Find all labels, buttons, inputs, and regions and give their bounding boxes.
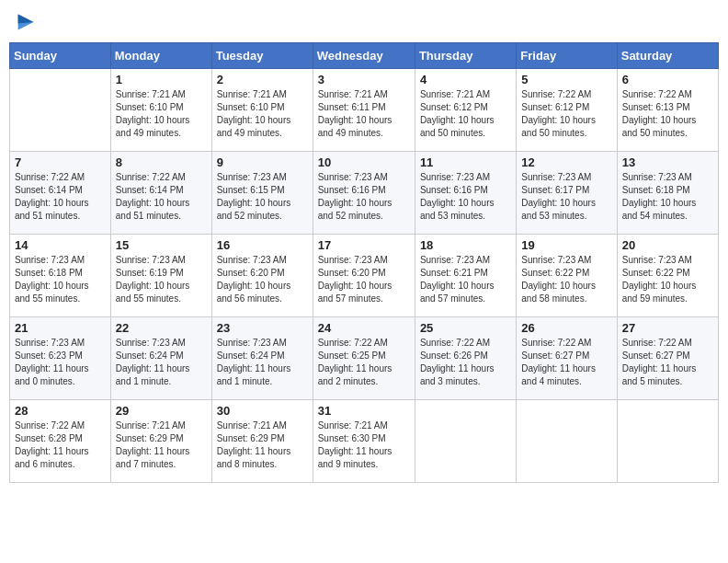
calendar-week-row: 21Sunrise: 7:23 AM Sunset: 6:23 PM Dayli… — [10, 317, 719, 400]
calendar-header-row: SundayMondayTuesdayWednesdayThursdayFrid… — [10, 43, 719, 69]
day-info: Sunrise: 7:23 AM Sunset: 6:16 PM Dayligh… — [420, 171, 511, 223]
calendar-cell: 27Sunrise: 7:22 AM Sunset: 6:27 PM Dayli… — [617, 317, 718, 400]
calendar-cell: 2Sunrise: 7:21 AM Sunset: 6:10 PM Daylig… — [211, 69, 313, 152]
day-of-week-header: Wednesday — [313, 43, 415, 69]
day-number: 30 — [217, 404, 308, 418]
logo — [13, 9, 42, 35]
day-number: 2 — [217, 73, 308, 86]
day-info: Sunrise: 7:23 AM Sunset: 6:20 PM Dayligh… — [217, 254, 308, 305]
calendar-cell: 7Sunrise: 7:22 AM Sunset: 6:14 PM Daylig… — [10, 152, 111, 235]
day-info: Sunrise: 7:23 AM Sunset: 6:22 PM Dayligh… — [521, 254, 611, 305]
calendar-cell: 12Sunrise: 7:23 AM Sunset: 6:17 PM Dayli… — [517, 152, 617, 235]
day-number: 20 — [622, 238, 713, 252]
day-info: Sunrise: 7:22 AM Sunset: 6:27 PM Dayligh… — [622, 337, 713, 388]
day-info: Sunrise: 7:23 AM Sunset: 6:21 PM Dayligh… — [420, 254, 511, 305]
day-info: Sunrise: 7:23 AM Sunset: 6:22 PM Dayligh… — [622, 254, 713, 305]
calendar-cell: 28Sunrise: 7:22 AM Sunset: 6:28 PM Dayli… — [10, 400, 111, 483]
calendar-cell: 23Sunrise: 7:23 AM Sunset: 6:24 PM Dayli… — [211, 317, 313, 400]
calendar-cell: 16Sunrise: 7:23 AM Sunset: 6:20 PM Dayli… — [211, 235, 313, 317]
day-number: 25 — [420, 321, 511, 335]
day-info: Sunrise: 7:23 AM Sunset: 6:17 PM Dayligh… — [521, 171, 611, 223]
calendar-cell: 5Sunrise: 7:22 AM Sunset: 6:12 PM Daylig… — [517, 69, 617, 152]
day-number: 29 — [116, 404, 207, 418]
calendar-cell — [517, 400, 617, 483]
calendar-cell: 17Sunrise: 7:23 AM Sunset: 6:20 PM Dayli… — [313, 235, 415, 317]
calendar-cell: 1Sunrise: 7:21 AM Sunset: 6:10 PM Daylig… — [110, 69, 211, 152]
day-info: Sunrise: 7:21 AM Sunset: 6:10 PM Dayligh… — [116, 88, 207, 140]
day-number: 16 — [217, 238, 308, 252]
calendar-week-row: 28Sunrise: 7:22 AM Sunset: 6:28 PM Dayli… — [10, 400, 719, 483]
day-info: Sunrise: 7:21 AM Sunset: 6:12 PM Dayligh… — [420, 88, 511, 140]
day-info: Sunrise: 7:23 AM Sunset: 6:24 PM Dayligh… — [217, 337, 308, 388]
day-info: Sunrise: 7:23 AM Sunset: 6:15 PM Dayligh… — [217, 171, 308, 223]
calendar-table: SundayMondayTuesdayWednesdayThursdayFrid… — [9, 42, 719, 483]
day-of-week-header: Sunday — [10, 43, 111, 69]
day-number: 27 — [622, 321, 713, 335]
day-info: Sunrise: 7:22 AM Sunset: 6:25 PM Dayligh… — [318, 337, 410, 388]
day-of-week-header: Saturday — [617, 43, 718, 69]
day-info: Sunrise: 7:23 AM Sunset: 6:19 PM Dayligh… — [116, 254, 207, 305]
calendar-cell: 30Sunrise: 7:21 AM Sunset: 6:29 PM Dayli… — [211, 400, 313, 483]
day-number: 3 — [318, 73, 410, 86]
calendar-cell: 26Sunrise: 7:22 AM Sunset: 6:27 PM Dayli… — [517, 317, 617, 400]
calendar-cell: 14Sunrise: 7:23 AM Sunset: 6:18 PM Dayli… — [10, 235, 111, 317]
calendar-cell: 4Sunrise: 7:21 AM Sunset: 6:12 PM Daylig… — [415, 69, 516, 152]
logo-icon — [13, 9, 39, 35]
calendar-cell: 18Sunrise: 7:23 AM Sunset: 6:21 PM Dayli… — [415, 235, 516, 317]
day-number: 14 — [15, 238, 106, 252]
day-number: 6 — [622, 73, 713, 86]
calendar-cell: 10Sunrise: 7:23 AM Sunset: 6:16 PM Dayli… — [313, 152, 415, 235]
day-info: Sunrise: 7:23 AM Sunset: 6:23 PM Dayligh… — [15, 337, 106, 388]
calendar-cell — [617, 400, 718, 483]
day-number: 1 — [116, 73, 207, 86]
day-info: Sunrise: 7:23 AM Sunset: 6:20 PM Dayligh… — [318, 254, 410, 305]
calendar-week-row: 14Sunrise: 7:23 AM Sunset: 6:18 PM Dayli… — [10, 235, 719, 317]
day-info: Sunrise: 7:21 AM Sunset: 6:30 PM Dayligh… — [318, 419, 410, 471]
day-number: 5 — [521, 73, 611, 86]
day-number: 8 — [116, 155, 207, 169]
calendar-cell: 20Sunrise: 7:23 AM Sunset: 6:22 PM Dayli… — [617, 235, 718, 317]
day-of-week-header: Thursday — [415, 43, 516, 69]
day-number: 28 — [15, 404, 106, 418]
day-info: Sunrise: 7:21 AM Sunset: 6:29 PM Dayligh… — [116, 419, 207, 471]
day-info: Sunrise: 7:22 AM Sunset: 6:26 PM Dayligh… — [420, 337, 511, 388]
day-number: 4 — [420, 73, 511, 86]
page-header — [9, 9, 719, 35]
calendar-cell: 3Sunrise: 7:21 AM Sunset: 6:11 PM Daylig… — [313, 69, 415, 152]
calendar-cell: 29Sunrise: 7:21 AM Sunset: 6:29 PM Dayli… — [110, 400, 211, 483]
day-number: 22 — [116, 321, 207, 335]
day-number: 7 — [15, 155, 106, 169]
calendar-cell: 19Sunrise: 7:23 AM Sunset: 6:22 PM Dayli… — [517, 235, 617, 317]
calendar-week-row: 1Sunrise: 7:21 AM Sunset: 6:10 PM Daylig… — [10, 69, 719, 152]
calendar-cell: 31Sunrise: 7:21 AM Sunset: 6:30 PM Dayli… — [313, 400, 415, 483]
day-number: 15 — [116, 238, 207, 252]
calendar-cell: 21Sunrise: 7:23 AM Sunset: 6:23 PM Dayli… — [10, 317, 111, 400]
day-info: Sunrise: 7:22 AM Sunset: 6:14 PM Dayligh… — [15, 171, 106, 223]
day-info: Sunrise: 7:23 AM Sunset: 6:16 PM Dayligh… — [318, 171, 410, 223]
day-info: Sunrise: 7:21 AM Sunset: 6:10 PM Dayligh… — [217, 88, 308, 140]
day-info: Sunrise: 7:22 AM Sunset: 6:12 PM Dayligh… — [521, 88, 611, 140]
day-number: 31 — [318, 404, 410, 418]
day-number: 9 — [217, 155, 308, 169]
day-info: Sunrise: 7:23 AM Sunset: 6:18 PM Dayligh… — [622, 171, 713, 223]
day-number: 23 — [217, 321, 308, 335]
calendar-cell: 11Sunrise: 7:23 AM Sunset: 6:16 PM Dayli… — [415, 152, 516, 235]
calendar-cell: 6Sunrise: 7:22 AM Sunset: 6:13 PM Daylig… — [617, 69, 718, 152]
day-info: Sunrise: 7:22 AM Sunset: 6:28 PM Dayligh… — [15, 419, 106, 471]
day-info: Sunrise: 7:21 AM Sunset: 6:11 PM Dayligh… — [318, 88, 410, 140]
day-info: Sunrise: 7:22 AM Sunset: 6:13 PM Dayligh… — [622, 88, 713, 140]
day-number: 17 — [318, 238, 410, 252]
day-info: Sunrise: 7:23 AM Sunset: 6:24 PM Dayligh… — [116, 337, 207, 388]
day-number: 10 — [318, 155, 410, 169]
day-of-week-header: Monday — [110, 43, 211, 69]
calendar-week-row: 7Sunrise: 7:22 AM Sunset: 6:14 PM Daylig… — [10, 152, 719, 235]
day-number: 26 — [521, 321, 611, 335]
calendar-cell: 24Sunrise: 7:22 AM Sunset: 6:25 PM Dayli… — [313, 317, 415, 400]
day-number: 12 — [521, 155, 611, 169]
day-number: 21 — [15, 321, 106, 335]
day-info: Sunrise: 7:23 AM Sunset: 6:18 PM Dayligh… — [15, 254, 106, 305]
calendar-cell: 8Sunrise: 7:22 AM Sunset: 6:14 PM Daylig… — [110, 152, 211, 235]
day-info: Sunrise: 7:22 AM Sunset: 6:14 PM Dayligh… — [116, 171, 207, 223]
calendar-cell — [10, 69, 111, 152]
calendar-cell: 22Sunrise: 7:23 AM Sunset: 6:24 PM Dayli… — [110, 317, 211, 400]
